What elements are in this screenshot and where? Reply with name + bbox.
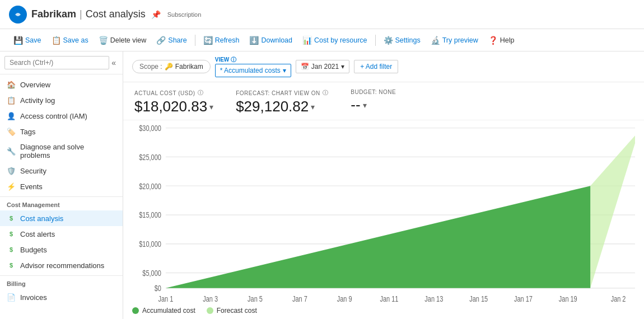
collapse-button[interactable]: «	[109, 56, 118, 69]
svg-text:Jan 13: Jan 13	[424, 294, 443, 303]
download-icon: ⬇️	[249, 36, 259, 45]
actual-cost-info-icon[interactable]: ⓘ	[198, 89, 204, 97]
cost-analysis-icon: $	[7, 214, 16, 223]
budget-chevron[interactable]: ▾	[363, 101, 367, 110]
sidebar-item-diagnose[interactable]: 🔧 Diagnose and solve problems	[0, 139, 123, 163]
header-subtitle: Subscription	[167, 11, 202, 18]
svg-text:$0: $0	[155, 284, 161, 293]
view-value: * Accumulated costs	[220, 67, 281, 74]
svg-text:$20,000: $20,000	[139, 181, 161, 191]
main-content: Scope : 🔑 Fabrikam VIEW ⓘ * Accumulated …	[123, 51, 644, 319]
sidebar-item-label: Cost analysis	[20, 214, 63, 223]
app-name: Fabrikam	[31, 8, 76, 20]
svg-text:$30,000: $30,000	[139, 123, 161, 133]
forecast-metric: FORECAST: CHART VIEW ON ⓘ $29,120.82 ▾	[236, 89, 328, 115]
sidebar-item-access-control[interactable]: 👤 Access control (IAM)	[0, 108, 123, 124]
svg-text:Jan 15: Jan 15	[469, 294, 488, 303]
sidebar-item-label: Diagnose and solve problems	[20, 143, 116, 160]
tags-icon: 🏷️	[7, 127, 16, 136]
sidebar-item-cost-analysis[interactable]: $ Cost analysis	[0, 210, 123, 226]
budget-metric: BUDGET: NONE -- ▾	[351, 89, 396, 115]
actual-cost-metric: ACTUAL COST (USD) ⓘ $18,020.83 ▾	[134, 89, 213, 115]
view-dropdown[interactable]: * Accumulated costs ▾	[215, 64, 291, 77]
forecast-cost-legend: Forecast cost	[207, 307, 257, 315]
svg-text:$10,000: $10,000	[139, 239, 161, 248]
sidebar-search-area: «	[0, 51, 123, 74]
actual-cost-chevron[interactable]: ▾	[209, 102, 213, 111]
security-icon: 🛡️	[7, 166, 16, 175]
access-control-icon: 👤	[7, 111, 16, 120]
accumulated-cost-legend-label: Accumulated cost	[142, 307, 195, 315]
date-selector[interactable]: 📅 Jan 2021 ▾	[296, 60, 349, 73]
try-preview-button[interactable]: 🔬 Try preview	[426, 34, 483, 47]
forecast-cost-legend-label: Forecast cost	[217, 307, 257, 315]
cost-chart: $30,000 $25,000 $20,000 $15,000 $10,000 …	[132, 120, 635, 303]
date-chevron-icon: ▾	[341, 63, 344, 71]
sidebar-item-cost-alerts[interactable]: $ Cost alerts	[0, 226, 123, 242]
overview-icon: 🏠	[7, 80, 16, 89]
settings-icon: ⚙️	[384, 36, 393, 45]
try-preview-icon: 🔬	[431, 36, 440, 45]
sidebar-item-invoices[interactable]: 📄 Invoices	[0, 289, 123, 305]
top-header: Fabrikam | Cost analysis 📌 Subscription	[0, 0, 644, 29]
metrics-row: ACTUAL COST (USD) ⓘ $18,020.83 ▾ FORECAS…	[123, 82, 644, 120]
chart-area: $30,000 $25,000 $20,000 $15,000 $10,000 …	[123, 120, 644, 303]
events-icon: ⚡	[7, 182, 16, 191]
sidebar-item-events[interactable]: ⚡ Events	[0, 179, 123, 194]
accumulated-cost-dot	[132, 307, 139, 314]
svg-text:Jan 11: Jan 11	[380, 294, 399, 303]
forecast-chevron[interactable]: ▾	[311, 102, 315, 111]
svg-text:$15,000: $15,000	[139, 210, 161, 220]
svg-text:$5,000: $5,000	[142, 268, 161, 278]
sidebar-item-security[interactable]: 🛡️ Security	[0, 163, 123, 179]
forecast-info-icon[interactable]: ⓘ	[323, 89, 329, 97]
svg-text:Jan 19: Jan 19	[559, 294, 577, 303]
help-icon: ❓	[488, 36, 498, 45]
scope-value: Fabrikam	[175, 63, 203, 71]
sidebar-item-advisor[interactable]: $ Advisor recommendations	[0, 257, 123, 273]
svg-text:Jan 5: Jan 5	[248, 294, 263, 303]
svg-text:Jan 2: Jan 2	[611, 294, 626, 303]
sidebar-item-label: Tags	[20, 128, 35, 136]
date-value: Jan 2021	[311, 63, 339, 71]
scope-label: Scope :	[139, 63, 162, 71]
sidebar-item-label: Advisor recommendations	[20, 261, 104, 270]
sidebar-nav: 🏠 Overview 📋 Activity log 👤 Access contr…	[0, 74, 123, 307]
pin-icon[interactable]: 📌	[151, 10, 161, 19]
sidebar-item-overview[interactable]: 🏠 Overview	[0, 77, 123, 92]
budgets-icon: $	[7, 245, 16, 254]
sidebar-item-label: Events	[20, 182, 43, 191]
sidebar-item-activity-log[interactable]: 📋 Activity log	[0, 92, 123, 108]
save-as-icon: 📋	[52, 36, 61, 45]
cost-by-resource-button[interactable]: 📊 Cost by resource	[298, 34, 371, 47]
sidebar-item-label: Cost alerts	[20, 230, 55, 238]
add-filter-button[interactable]: + Add filter	[354, 60, 398, 73]
actual-cost-label: ACTUAL COST (USD) ⓘ	[134, 89, 213, 97]
svg-text:Jan 9: Jan 9	[337, 294, 352, 303]
view-group: VIEW ⓘ * Accumulated costs ▾	[215, 56, 291, 77]
sidebar-item-tags[interactable]: 🏷️ Tags	[0, 124, 123, 139]
refresh-button[interactable]: 🔄 Refresh	[199, 34, 244, 47]
budget-value: --	[351, 96, 360, 114]
delete-view-button[interactable]: 🗑️ Delete view	[94, 34, 151, 47]
delete-icon: 🗑️	[99, 36, 108, 45]
view-label: VIEW ⓘ	[215, 56, 291, 64]
search-input[interactable]	[4, 56, 109, 69]
svg-text:Jan 3: Jan 3	[203, 294, 218, 303]
billing-section-label: Billing	[0, 275, 123, 289]
save-as-button[interactable]: 📋 Save as	[47, 34, 93, 47]
share-button[interactable]: 🔗 Share	[152, 34, 191, 47]
settings-button[interactable]: ⚙️ Settings	[379, 34, 425, 47]
sidebar-item-label: Access control (IAM)	[20, 112, 87, 120]
cost-by-resource-icon: 📊	[302, 36, 312, 45]
actual-cost-value-row: $18,020.83 ▾	[134, 98, 213, 115]
cost-management-section-label: Cost Management	[0, 196, 123, 210]
sidebar-item-label: Invoices	[20, 293, 47, 302]
sidebar-item-budgets[interactable]: $ Budgets	[0, 242, 123, 257]
sidebar-item-label: Activity log	[20, 96, 55, 105]
app-logo	[9, 6, 27, 24]
help-button[interactable]: ❓ Help	[484, 34, 519, 47]
download-button[interactable]: ⬇️ Download	[245, 34, 297, 47]
save-button[interactable]: 💾 Save	[9, 34, 46, 47]
scope-selector[interactable]: Scope : 🔑 Fabrikam	[132, 60, 211, 73]
